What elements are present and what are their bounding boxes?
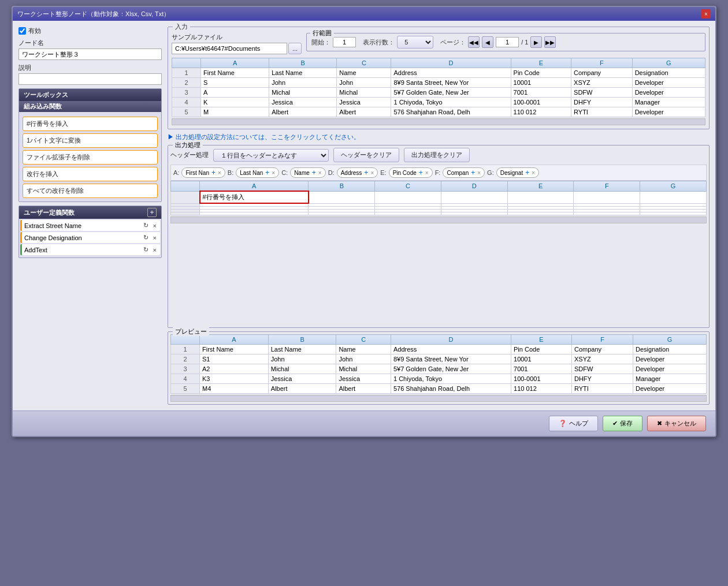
row-range-box: 行範囲 開始： 1 表示行数： 51020 ページ： [306,33,705,51]
preview-section: プレビュー A B C D E F G [168,331,710,405]
sample-file-group: サンプルファイル C:¥Users¥t64647#Documents ... [172,33,302,54]
preview-grid-container: A B C D E F G 1First NameLast NameNameAd… [170,334,707,402]
func-remove-newlines[interactable]: すべての改行を削除 [23,184,158,198]
next-page-button[interactable]: ▶ [530,36,542,48]
cancel-button[interactable]: ✖ キャンセル [647,416,706,431]
output-col-G-header[interactable]: G [640,181,707,192]
output-col-C-header[interactable]: C [375,181,441,192]
header-tag-a[interactable]: First Nan+× [181,167,225,178]
clear-output-button[interactable]: 出力処理をクリア [404,148,470,162]
add-user-func-button[interactable]: + [147,208,157,217]
delete-user-func-button[interactable]: × [152,246,158,254]
user-func-list: Extract Street Name ↻ × Change Designati… [19,219,161,257]
x-icon: ✖ [657,420,662,427]
table-row: #行番号を挿入 [171,191,707,203]
prev-col-A[interactable]: A [200,335,269,345]
input-grid-container: A B C D E F G 1First NameLast NameNameAd… [172,58,705,125]
output-col-F-header[interactable]: F [574,181,640,192]
header-tag-c[interactable]: Name+× [290,167,326,178]
output-col-D-header[interactable]: D [441,181,507,192]
file-path-input[interactable]: C:¥Users¥t64647#Documents [172,43,287,54]
output-col-B-header[interactable]: B [309,181,375,192]
header-process-select[interactable]: １行目をヘッダーとみなす [213,149,329,162]
func-remove-ext[interactable]: ファイル拡張子を削除 [23,150,158,165]
output-col-E-header[interactable]: E [507,181,574,192]
prev-col-G[interactable]: G [633,335,707,345]
clear-header-button[interactable]: ヘッダーをクリア [333,148,399,162]
prev-col-F[interactable]: F [571,335,633,345]
header-tag-e[interactable]: Pin Code+× [389,167,433,178]
delete-user-func-button[interactable]: × [152,234,158,242]
input-section-title: 入力 [173,23,190,31]
col-A-header[interactable]: A [201,58,269,68]
col-G-header[interactable]: G [632,58,705,68]
checkmark-icon: ✔ [612,420,618,427]
func-insert-row[interactable]: #行番号を挿入 [23,117,158,131]
prev-col-C[interactable]: C [336,335,391,345]
user-func-item: Change Designation ↻ × [20,232,160,243]
prev-col-E[interactable]: E [511,335,572,345]
enabled-row: 有効 [18,27,162,35]
output-grid-container: A B C D E F G # [170,181,707,325]
bottom-bar: ❓ ヘルプ ✔ 保存 ✖ キャンセル [13,410,715,436]
col-C-header[interactable]: C [337,58,391,68]
save-button[interactable]: ✔ 保存 [603,416,642,431]
input-grid: A B C D E F G 1First NameLast NameNameAd… [172,58,705,117]
output-scrollbar-h[interactable] [170,217,707,223]
header-tag-b[interactable]: Last Nan+× [236,167,279,178]
output-header-tags: A: First Nan+× B: Last Nan+× C: Name+× D… [170,165,707,181]
start-input[interactable]: 1 [333,37,356,47]
table-row: 3A2MichalMichal5¥7 Golden Gate, New Jer7… [171,364,707,374]
node-name-group: ノード名 ワークシート整形３ [18,39,162,60]
page-input[interactable]: 1 [496,37,519,47]
first-page-button[interactable]: ◀◀ [468,36,480,48]
col-B-header[interactable]: B [269,58,337,68]
table-row: 4K3JessicaJessica1 Chiyoda, Tokyo100-000… [171,374,707,384]
preview-scrollbar-h[interactable] [170,395,707,402]
delete-user-func-button[interactable]: × [152,222,158,230]
func-insert-newline[interactable]: 改行を挿入 [23,167,158,181]
table-row: 1First NameLast NameNameAddressPin CodeC… [172,68,705,78]
header-tag-g[interactable]: Designat+× [496,167,539,178]
browse-button[interactable]: ... [288,43,302,54]
node-name-input[interactable]: ワークシート整形３ [18,48,162,60]
file-input-row: C:¥Users¥t64647#Documents ... [172,43,302,54]
table-row: 5MAlbertAlbert576 Shahjahan Road, Delh11… [172,107,705,117]
edit-user-func-button[interactable]: ↻ [142,233,150,242]
table-row: 5M4AlbertAlbert576 Shahjahan Road, Delh1… [171,384,707,394]
builtin-title: 組み込み関数 [19,101,161,112]
display-rows-select[interactable]: 51020 [397,36,433,48]
func-1byte[interactable]: 1バイト文字に変換 [23,133,158,148]
description-group: 説明 [18,64,162,85]
table-row: 3AMichalMichal5¥7 Golden Gate, New Jer70… [172,88,705,98]
output-section: 出力処理 ヘッダー処理 １行目をヘッダーとみなす ヘッダーをクリア 出力処理をク… [168,145,710,328]
toolbox-section: ツールボックス 組み込み関数 #行番号を挿入 1バイト文字に変換 ファイル拡張子… [18,88,162,202]
table-row: 2SJohnJohn8¥9 Santa Street, New Yor10001… [172,78,705,88]
file-and-range-row: サンプルファイル C:¥Users¥t64647#Documents ... 行… [172,33,705,54]
col-E-header[interactable]: E [511,58,571,68]
toolbox-title: ツールボックス [19,89,161,101]
edit-user-func-button[interactable]: ↻ [142,221,150,230]
help-icon: ❓ [559,420,567,427]
info-link[interactable]: ▶ 出力処理の設定方法については、ここをクリックしてください。 [168,133,710,141]
prev-col-D[interactable]: D [391,335,511,345]
description-input[interactable] [18,73,162,85]
window-title: ワークシート整形ノード（動作対象：Xlsx, Csv, Txt） [17,10,170,18]
sample-file-label: サンプルファイル [172,33,302,42]
col-D-header[interactable]: D [391,58,511,68]
header-tag-d[interactable]: Address+× [337,167,378,178]
input-section: 入力 サンプルファイル C:¥Users¥t64647#Documents ..… [168,27,710,129]
prev-col-B[interactable]: B [268,335,336,345]
output-row-num-header [171,181,200,192]
help-button[interactable]: ❓ ヘルプ [549,416,598,431]
input-scrollbar-h[interactable] [172,118,705,125]
header-tag-f[interactable]: Compan+× [443,167,485,178]
last-page-button[interactable]: ▶▶ [544,36,556,48]
edit-user-func-button[interactable]: ↻ [142,245,150,254]
enabled-checkbox[interactable] [18,27,26,35]
close-button[interactable]: × [701,9,711,18]
prev-page-button[interactable]: ◀ [482,36,493,48]
output-cell-a1[interactable]: #行番号を挿入 [200,191,309,203]
output-col-A-header[interactable]: A [200,181,309,192]
col-F-header[interactable]: F [571,58,633,68]
